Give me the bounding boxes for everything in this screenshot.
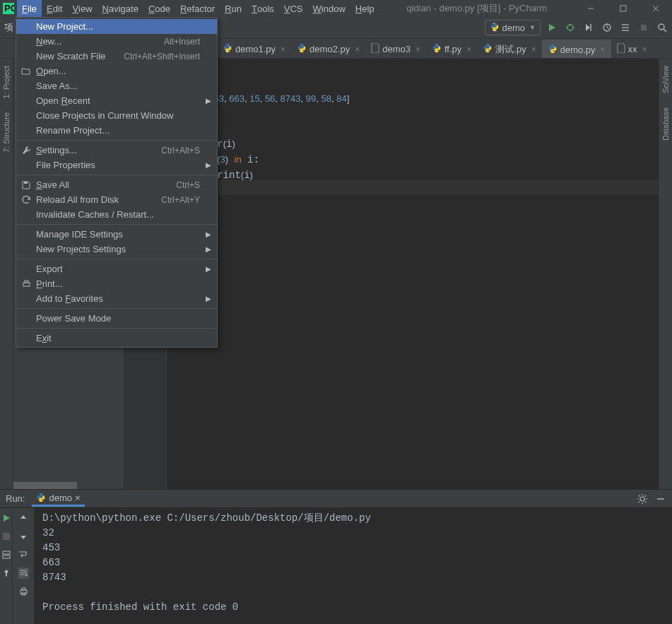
menu-item[interactable]: New...Alt+Insert bbox=[16, 34, 217, 49]
menu-item[interactable]: Print... bbox=[16, 276, 217, 291]
menu-item[interactable]: New Projects Settings▶ bbox=[16, 242, 217, 257]
editor-tab[interactable]: demo3× bbox=[365, 40, 426, 58]
settings-icon[interactable] bbox=[637, 493, 648, 505]
menu-help[interactable]: Help bbox=[350, 0, 379, 17]
menu-file[interactable]: File bbox=[17, 0, 42, 17]
menu-view[interactable]: View bbox=[67, 0, 97, 17]
svg-point-22 bbox=[659, 24, 664, 30]
menu-item-label: Open... bbox=[36, 66, 66, 76]
close-icon[interactable]: × bbox=[531, 45, 536, 54]
menu-item[interactable]: Save As... bbox=[16, 78, 217, 93]
stop-button[interactable] bbox=[1, 531, 12, 542]
menu-item-label: File Properties bbox=[36, 160, 95, 170]
menu-refactor[interactable]: Refactor bbox=[175, 0, 220, 17]
close-icon[interactable]: × bbox=[355, 45, 360, 54]
editor-tab[interactable]: xx× bbox=[611, 40, 653, 58]
menu-item[interactable]: Open Recent▶ bbox=[16, 93, 217, 108]
close-icon[interactable]: × bbox=[466, 45, 471, 54]
editor-tab[interactable]: ff.py× bbox=[426, 40, 477, 58]
menu-item[interactable]: Save AllCtrl+S bbox=[16, 177, 217, 192]
svg-rect-42 bbox=[22, 588, 25, 590]
tool-button-project[interactable]: 1: Project bbox=[2, 61, 11, 102]
menu-item-label: New Scratch File bbox=[36, 51, 105, 61]
close-icon[interactable]: × bbox=[642, 45, 647, 54]
close-button[interactable] bbox=[639, 0, 672, 17]
code-text[interactable]: 15, 453, 663, 15, 56, 8743, 99, 58, 84] … bbox=[167, 59, 661, 489]
shortcut-label: Ctrl+Alt+Y bbox=[161, 195, 200, 205]
profile-button[interactable] bbox=[601, 22, 613, 33]
editor-tab[interactable]: demo1.py× bbox=[217, 40, 291, 58]
menu-edit[interactable]: Edit bbox=[42, 0, 67, 17]
maximize-button[interactable] bbox=[607, 0, 639, 17]
menu-item[interactable]: Power Save Mode bbox=[16, 311, 217, 326]
stop-button[interactable] bbox=[638, 22, 649, 33]
down-button[interactable] bbox=[18, 531, 29, 542]
run-tab-label: demo bbox=[49, 493, 72, 503]
menu-item[interactable]: New Project... bbox=[16, 19, 217, 34]
horizontal-scrollbar[interactable] bbox=[13, 482, 77, 489]
close-icon[interactable]: × bbox=[415, 45, 420, 54]
debug-button[interactable] bbox=[565, 22, 576, 33]
menu-item-label: Reload All from Disk bbox=[36, 194, 119, 205]
chevron-right-icon: ▶ bbox=[206, 161, 211, 169]
menu-item[interactable]: Export▶ bbox=[16, 261, 217, 276]
tool-button-database[interactable]: Database bbox=[661, 103, 670, 145]
svg-rect-3 bbox=[620, 6, 626, 11]
svg-marker-14 bbox=[586, 24, 590, 31]
pin-button[interactable] bbox=[1, 567, 12, 579]
editor-tab[interactable]: demo.py× bbox=[542, 40, 611, 58]
svg-line-23 bbox=[664, 29, 666, 32]
menu-code[interactable]: Code bbox=[143, 0, 175, 17]
console-output[interactable]: D:\python\python.exe C:/Users/zhoub/Desk… bbox=[34, 508, 672, 624]
menu-item[interactable]: Reload All from DiskCtrl+Alt+Y bbox=[16, 192, 217, 207]
file-menu-dropdown: New Project...New...Alt+InsertNew Scratc… bbox=[16, 17, 218, 348]
close-icon[interactable]: × bbox=[601, 45, 606, 54]
svg-marker-34 bbox=[4, 514, 10, 522]
run-coverage-button[interactable] bbox=[583, 22, 594, 33]
layout-button[interactable] bbox=[1, 549, 12, 560]
tab-label: xx bbox=[628, 44, 637, 54]
menu-item[interactable]: New Scratch FileCtrl+Alt+Shift+Insert bbox=[16, 49, 217, 64]
print-button[interactable] bbox=[18, 586, 29, 597]
breadcrumb[interactable]: 项 bbox=[4, 21, 13, 34]
menu-item[interactable]: Add to Favorites▶ bbox=[16, 291, 217, 306]
shortcut-label: Ctrl+S bbox=[176, 180, 200, 190]
menu-item[interactable]: Rename Project... bbox=[16, 123, 217, 138]
menu-item[interactable]: File Properties▶ bbox=[16, 158, 217, 172]
menu-item[interactable]: Exit bbox=[16, 331, 217, 346]
run-config-selector[interactable]: demo ▼ bbox=[485, 20, 541, 35]
close-icon[interactable]: × bbox=[75, 493, 81, 503]
menu-item-label: Manage IDE Settings bbox=[36, 229, 123, 240]
tool-button-structure[interactable]: 7: Structure bbox=[2, 108, 11, 157]
menu-navigate[interactable]: Navigate bbox=[98, 0, 143, 17]
run-button[interactable] bbox=[546, 22, 558, 33]
menu-item[interactable]: Invalidate Caches / Restart... bbox=[16, 207, 217, 222]
scroll-to-end-button[interactable] bbox=[18, 567, 29, 579]
run-actions-primary bbox=[0, 508, 12, 624]
menu-item[interactable]: Close Projects in Current Window bbox=[16, 108, 217, 123]
chevron-right-icon: ▶ bbox=[206, 97, 211, 105]
menu-tools[interactable]: Tools bbox=[247, 0, 279, 17]
soft-wrap-button[interactable] bbox=[18, 549, 29, 560]
search-everywhere-button[interactable] bbox=[656, 22, 668, 33]
menu-vcs[interactable]: VCS bbox=[279, 0, 308, 17]
editor-tab[interactable]: 测试.py× bbox=[477, 40, 541, 58]
menu-window[interactable]: Window bbox=[308, 0, 350, 17]
minimize-button[interactable] bbox=[574, 0, 607, 17]
close-icon[interactable]: × bbox=[281, 45, 285, 54]
menu-item[interactable]: Settings...Ctrl+Alt+S bbox=[16, 143, 217, 158]
editor-tab[interactable]: demo2.py× bbox=[291, 40, 365, 58]
rerun-button[interactable] bbox=[1, 512, 12, 524]
attach-button[interactable] bbox=[620, 22, 631, 33]
hide-panel-button[interactable] bbox=[655, 493, 666, 505]
menu-item-label: Rename Project... bbox=[36, 125, 110, 136]
menu-item[interactable]: Open... bbox=[16, 64, 217, 78]
python-icon bbox=[297, 43, 307, 55]
tool-button-sciview[interactable]: SciView bbox=[661, 61, 670, 98]
menu-item-label: Close Projects in Current Window bbox=[36, 110, 173, 121]
chevron-right-icon: ▶ bbox=[206, 230, 211, 238]
up-button[interactable] bbox=[18, 512, 29, 524]
run-tab[interactable]: demo × bbox=[32, 491, 84, 507]
menu-run[interactable]: Run bbox=[220, 0, 247, 17]
menu-item[interactable]: Manage IDE Settings▶ bbox=[16, 227, 217, 242]
